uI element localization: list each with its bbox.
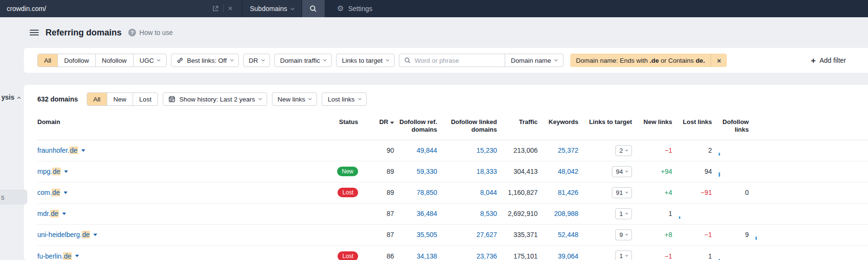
traffic-value: 335,371 [497, 231, 538, 238]
col-dofollow-links-header[interactable]: Dofollow links [712, 118, 749, 134]
settings-button[interactable]: ⚙ Settings [328, 0, 381, 17]
links-to-target-filter-button[interactable]: Links to target [336, 54, 395, 67]
match-highlight: de [52, 168, 61, 175]
domain-link[interactable]: com.de [37, 189, 60, 196]
dr-filter-button[interactable]: DR [243, 54, 271, 67]
domain-dropdown-icon[interactable] [93, 234, 97, 236]
keywords-link[interactable]: 25,372 [558, 147, 578, 154]
dofollow-ref-domains-link[interactable]: 78,850 [417, 189, 437, 196]
search-icon [309, 5, 317, 12]
add-filter-button[interactable]: + Add filter [811, 57, 846, 65]
dofollow-ref-domains-link[interactable]: 49,844 [417, 147, 437, 154]
col-domain-header[interactable]: Domain [37, 118, 298, 126]
word-or-phrase-input[interactable] [415, 57, 505, 64]
keywords-link[interactable]: 48,042 [558, 168, 578, 175]
dofollow-ref-domains-link[interactable]: 36,484 [417, 210, 437, 217]
clear-url-icon[interactable]: × [224, 4, 237, 13]
domain-dropdown-icon[interactable] [75, 255, 79, 257]
keywords-link[interactable]: 208,988 [554, 210, 578, 217]
col-dr-header[interactable]: DR [358, 118, 394, 126]
link-type-segmented-control: All Dofollow Nofollow UGC [37, 54, 167, 67]
dofollow-links-sparkline [712, 166, 749, 177]
dofollow-linked-domains-link[interactable]: 27,627 [476, 231, 497, 238]
col-keywords-header[interactable]: Keywords [538, 118, 578, 126]
domain-link[interactable]: mpg.de [37, 168, 61, 175]
open-external-icon[interactable] [208, 5, 223, 12]
col-new-links-header[interactable]: New links [632, 118, 672, 126]
status-segment-all[interactable]: All [87, 93, 107, 105]
links-to-target-dropdown[interactable]: 2 [615, 145, 632, 156]
dofollow-linked-domains-link[interactable]: 8,530 [480, 210, 497, 217]
col-lost-links-header[interactable]: Lost links [672, 118, 712, 126]
domain-dropdown-icon[interactable] [64, 170, 68, 173]
domain-link[interactable]: fu-berlin.de [37, 252, 72, 260]
help-link[interactable]: ? How to use [128, 29, 173, 36]
chevron-down-icon [625, 254, 628, 257]
new-links-dropdown[interactable]: New links [272, 92, 317, 106]
menu-button[interactable] [30, 28, 39, 37]
domain-link[interactable]: uni-heidelberg.de [37, 231, 90, 238]
domain-traffic-label: Domain traffic [280, 57, 320, 64]
chevron-down-icon [358, 97, 361, 100]
links-to-target-dropdown[interactable]: 94 [612, 166, 632, 177]
domain-dropdown-icon[interactable] [81, 149, 85, 152]
target-mode-dropdown[interactable]: Subdomains [242, 0, 302, 17]
search-field-select[interactable]: Domain name [505, 57, 563, 64]
col-status-header[interactable]: Status [298, 118, 358, 126]
show-history-dropdown[interactable]: Show history: Last 2 years [163, 92, 267, 106]
domain-cell: uni-heidelberg.de [37, 231, 298, 238]
domain-cell: com.de [37, 189, 298, 196]
chevron-down-icon [625, 191, 628, 193]
dofollow-linked-domains-link[interactable]: 8,044 [480, 189, 497, 196]
sort-desc-icon [390, 122, 394, 124]
domain-traffic-filter-button[interactable]: Domain traffic [274, 54, 332, 67]
links-to-target-dropdown[interactable]: 91 [612, 187, 632, 198]
search-button[interactable] [302, 0, 325, 17]
dofollow-ref-domains-link[interactable]: 35,505 [417, 231, 437, 238]
dofollow-links-sparkline [712, 251, 749, 260]
dofollow-linked-domains-link[interactable]: 18,333 [476, 168, 497, 175]
status-segmented-control: All New Lost [87, 92, 158, 106]
links-to-target-dropdown[interactable]: 1 [615, 208, 632, 219]
col-links-to-target-header[interactable]: Links to target [578, 118, 632, 126]
domain-cell: mdr.de [37, 210, 298, 217]
col-dofollow-ref-header[interactable]: Dofollow ref. domains [394, 118, 437, 134]
best-links-filter-button[interactable]: Best links: Off [171, 54, 239, 67]
domain-link[interactable]: mdr.de [37, 210, 59, 217]
lost-links-dropdown-label: Lost links [327, 96, 354, 103]
links-to-target-dropdown[interactable]: 1 [615, 250, 632, 260]
status-segment-lost[interactable]: Lost [133, 93, 158, 105]
match-highlight: de [63, 252, 72, 260]
domain-dropdown-icon[interactable] [64, 192, 68, 194]
sidebar-item-partial[interactable]: s [0, 190, 27, 204]
dofollow-linked-domains-link[interactable]: 23,736 [476, 252, 497, 260]
keywords-link[interactable]: 39,064 [558, 252, 578, 260]
target-url-value[interactable]: crowdin.com/ [7, 5, 208, 12]
keywords-link[interactable]: 81,426 [558, 189, 578, 196]
sparkline-bar [679, 216, 680, 219]
active-filter-chip[interactable]: Domain name: Ends with .de or Contains d… [570, 54, 727, 67]
segment-nofollow[interactable]: Nofollow [95, 54, 133, 67]
chevron-down-icon [386, 58, 389, 61]
segment-all[interactable]: All [38, 54, 57, 67]
dofollow-ref-domains-link[interactable]: 59,330 [417, 168, 437, 175]
target-url-input[interactable]: crowdin.com/ × [0, 0, 242, 17]
links-to-target-dropdown[interactable]: 9 [615, 229, 632, 240]
chevron-down-icon [554, 58, 558, 61]
dofollow-linked-domains-link[interactable]: 15,230 [476, 147, 497, 154]
lost-links-dropdown[interactable]: Lost links [322, 92, 366, 106]
domain-link[interactable]: fraunhofer.de [37, 147, 78, 154]
status-segment-new[interactable]: New [107, 93, 133, 105]
lost-links-value: −1 [632, 252, 672, 260]
table-row: fu-berlin.de Lost 86 34,138 23,736 175,1… [37, 246, 868, 260]
segment-ugc[interactable]: UGC [133, 54, 166, 67]
col-dofollow-linked-header[interactable]: Dofollow linked domains [437, 118, 497, 134]
col-traffic-header[interactable]: Traffic [497, 118, 538, 126]
dofollow-ref-domains-link[interactable]: 34,138 [417, 252, 437, 260]
sidebar-section-partial[interactable]: ysis [0, 93, 20, 101]
remove-filter-icon[interactable]: × [711, 57, 727, 65]
segment-dofollow[interactable]: Dofollow [57, 54, 95, 67]
domain-dropdown-icon[interactable] [62, 213, 66, 215]
search-field-label: Domain name [511, 57, 551, 64]
keywords-link[interactable]: 52,448 [558, 231, 578, 238]
